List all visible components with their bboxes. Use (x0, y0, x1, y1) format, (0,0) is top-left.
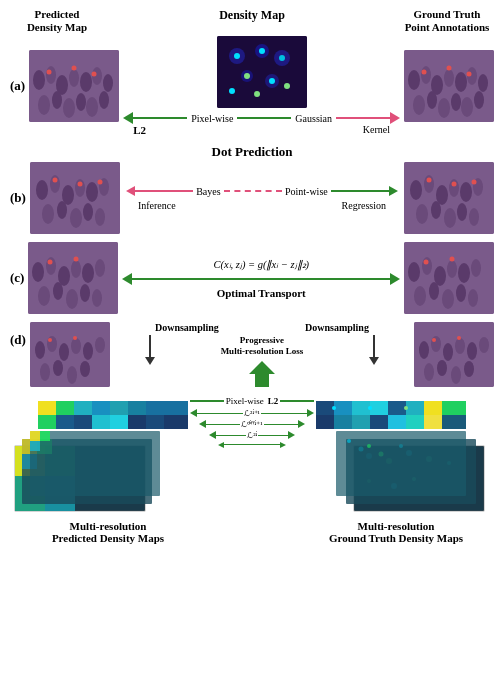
svg-rect-184 (334, 401, 352, 415)
svg-point-121 (419, 341, 429, 359)
svg-point-43 (461, 97, 473, 117)
ldiff-label: ℒᵈⁱᶠᶠʲ⁺¹ (240, 420, 263, 429)
gaussian-label: Gaussian (291, 113, 336, 124)
svg-point-24 (259, 48, 265, 54)
svg-point-13 (99, 91, 109, 109)
dot-prediction-title: Dot Prediction (10, 144, 494, 160)
svg-point-88 (80, 284, 90, 302)
svg-point-94 (422, 257, 432, 275)
density-map-center-a (217, 36, 307, 108)
svg-point-77 (472, 180, 477, 185)
svg-point-180 (347, 439, 351, 443)
down-arrow-right (369, 335, 379, 365)
l2j1-arrow-left (190, 409, 197, 417)
svg-point-71 (431, 201, 441, 219)
svg-rect-186 (370, 401, 388, 415)
row-b: (b) (10, 162, 494, 234)
kernel-label: Kernel (363, 124, 390, 136)
svg-marker-119 (249, 361, 275, 387)
l2j1-label: ℒ²ʲ⁺¹ (243, 409, 261, 418)
crowd-image-a-left (29, 50, 119, 122)
svg-point-85 (38, 286, 50, 306)
svg-rect-149 (38, 401, 56, 415)
svg-point-58 (83, 203, 93, 221)
svg-rect-157 (38, 415, 56, 429)
svg-point-75 (427, 178, 432, 183)
pointwise-head (389, 186, 398, 196)
svg-point-96 (447, 260, 457, 278)
l2j-label: ℒ²ʲ (246, 431, 257, 440)
arrow-left-a (123, 112, 133, 124)
row-c-middle: C(xᵢ, zⱼ) = g(‖xᵢ − zⱼ‖₂) Optimal Transp… (118, 258, 404, 299)
down-arrow-left (145, 335, 155, 365)
crowd-image-b-left (30, 162, 120, 234)
svg-rect-198 (442, 415, 466, 429)
label-b: (b) (10, 190, 26, 206)
svg-point-104 (424, 260, 429, 265)
right-map-stack (314, 391, 494, 516)
l2-label: L2 (133, 124, 146, 136)
svg-rect-155 (146, 401, 164, 415)
svg-point-91 (74, 257, 79, 262)
svg-point-1 (33, 70, 45, 90)
svg-point-112 (95, 337, 105, 353)
svg-point-68 (460, 182, 472, 202)
svg-point-199 (332, 406, 336, 410)
arrow-line-a2 (237, 117, 291, 119)
svg-point-86 (53, 282, 63, 300)
top-labels-row: PredictedDensity Map Density Map Ground … (10, 8, 494, 34)
up-arrow-svg (247, 359, 277, 389)
crowd-image-b-right (404, 162, 494, 234)
svg-rect-153 (110, 401, 128, 415)
svg-point-98 (471, 259, 481, 277)
row-d-wrapper: (d) (10, 322, 494, 544)
svg-point-97 (458, 263, 470, 283)
row-d-top: (d) (10, 322, 494, 389)
svg-rect-191 (316, 415, 334, 429)
row-d-middle-top: Downsampling Downsampling Progressive Mu… (110, 322, 414, 389)
ot-formula: C(xᵢ, zⱼ) = g(‖xᵢ − zⱼ‖₂) (213, 258, 309, 270)
svg-point-109 (59, 343, 69, 361)
svg-point-62 (97, 180, 102, 185)
pw-line-left (190, 400, 224, 402)
right-stack-svg (314, 391, 494, 516)
svg-point-39 (413, 95, 425, 115)
svg-point-200 (368, 406, 372, 410)
svg-point-118 (73, 336, 77, 340)
svg-rect-189 (424, 401, 442, 415)
row-b-wrapper: Dot Prediction (b) (10, 144, 494, 234)
svg-point-115 (67, 366, 77, 384)
svg-point-117 (48, 338, 52, 342)
svg-point-129 (451, 366, 461, 384)
crowd-image-a-right (404, 50, 494, 122)
svg-rect-151 (74, 401, 92, 415)
svg-point-82 (71, 260, 81, 278)
extra-arrow-right (280, 442, 286, 448)
l2j1-arrow-right (307, 409, 314, 417)
predicted-density-label: PredictedDensity Map (12, 8, 102, 34)
density-map-label: Density Map (219, 8, 285, 22)
ldiff-arrow-left (199, 420, 206, 428)
svg-rect-160 (92, 415, 110, 429)
svg-point-181 (367, 444, 371, 448)
svg-point-100 (429, 282, 439, 300)
svg-rect-150 (56, 401, 74, 415)
ot-arrow-left (122, 273, 132, 285)
svg-point-79 (32, 262, 44, 282)
svg-point-60 (52, 178, 57, 183)
svg-rect-188 (406, 401, 424, 415)
svg-rect-144 (30, 431, 40, 441)
arrow-dashed (224, 190, 282, 192)
svg-point-107 (35, 341, 45, 359)
row-b-middle: Bayes Point-wise Inference Regression (120, 186, 404, 211)
svg-point-16 (92, 72, 97, 77)
right-bottom-label: Multi-resolution Ground Truth Density Ma… (306, 520, 486, 544)
svg-point-201 (404, 406, 408, 410)
bottom-labels: Multi-resolution Predicted Density Maps … (10, 520, 494, 544)
svg-point-49 (36, 180, 48, 200)
svg-point-7 (103, 74, 113, 92)
svg-point-56 (57, 201, 67, 219)
svg-point-105 (450, 257, 455, 262)
regression-label: Regression (342, 200, 386, 211)
svg-point-44 (474, 91, 484, 109)
